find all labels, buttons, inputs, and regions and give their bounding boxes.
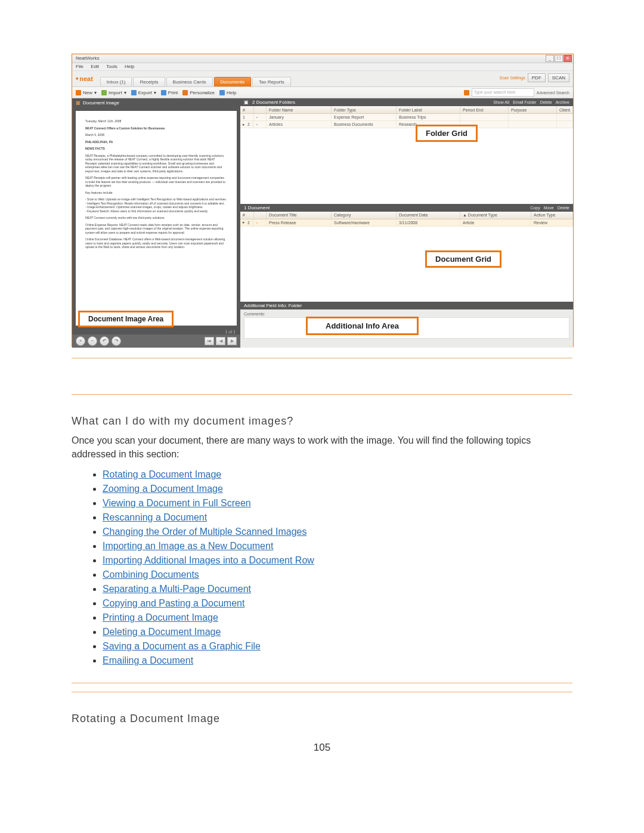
callout-document-grid: Document Grid xyxy=(425,250,501,268)
link-deleting[interactable]: Deleting a Document Image xyxy=(103,627,221,637)
section-body: Once you scan your document, there are m… xyxy=(72,433,572,461)
link-zooming[interactable]: Zooming a Document Image xyxy=(103,484,223,494)
search-input[interactable]: Type your search here xyxy=(472,88,534,97)
move-link[interactable]: Move xyxy=(544,206,554,210)
additional-info-panel: Additional Field Info: Folder Comments: … xyxy=(240,302,573,348)
section-heading: What can I do with my document images? xyxy=(72,415,572,428)
tab-tax-reports[interactable]: Tax Reports xyxy=(252,77,291,86)
document-grid-header: 1 Document Copy Move Delete xyxy=(240,204,573,212)
expand-icon[interactable]: ▣ xyxy=(244,100,249,105)
callout-additional-info: Additional Info Area xyxy=(306,317,419,335)
document-image-icon: ▦ xyxy=(76,100,80,106)
list-item: Rescanning a Document xyxy=(103,512,572,523)
list-item: Importing an Image as a New Document xyxy=(103,541,572,552)
app-screenshot: NeatWorks _ ☐ ✕ File Edit Tools Help nea… xyxy=(72,54,574,347)
menu-file[interactable]: File xyxy=(76,64,83,69)
menu-help[interactable]: Help xyxy=(125,64,134,69)
minimize-icon[interactable]: _ xyxy=(546,55,554,62)
link-reorder[interactable]: Changing the Order of Multiple Scanned I… xyxy=(103,527,306,537)
folder-grid-header: ▣ 2 Document Folders Show All Email Fold… xyxy=(240,98,573,106)
personalize-button[interactable]: Personalize xyxy=(182,90,215,95)
new-button[interactable]: New ▾ xyxy=(76,90,97,95)
tab-receipts[interactable]: Receipts xyxy=(133,77,165,86)
import-icon xyxy=(101,90,107,95)
email-folder-link[interactable]: Email Folder xyxy=(513,100,536,104)
list-item: Viewing a Document in Full Screen xyxy=(103,498,572,509)
link-combining[interactable]: Combining Documents xyxy=(103,569,199,580)
menu-edit[interactable]: Edit xyxy=(91,64,99,69)
link-import-additional[interactable]: Importing Additional Images into a Docum… xyxy=(103,555,314,565)
divider xyxy=(72,358,572,358)
list-item: Separating a Multi-Page Document xyxy=(103,584,572,594)
list-item: Copying and Pasting a Document xyxy=(103,598,572,609)
rotate-left-button[interactable]: ↶ xyxy=(100,336,109,346)
archive-link[interactable]: Archive xyxy=(556,100,569,104)
scan-settings-link[interactable]: Scan Settings xyxy=(500,76,525,80)
titlebar: NeatWorks _ ☐ ✕ xyxy=(72,54,573,63)
import-button[interactable]: Import ▾ xyxy=(101,90,126,95)
maximize-icon[interactable]: ☐ xyxy=(555,55,563,62)
page-indicator: 1 of 1 xyxy=(72,329,240,335)
link-printing[interactable]: Printing a Document Image xyxy=(103,612,218,623)
zoom-in-button[interactable]: + xyxy=(76,336,85,346)
pdf-button[interactable]: PDF xyxy=(528,73,546,82)
folder-icon: ▫ xyxy=(254,121,267,128)
link-rotating[interactable]: Rotating a Document Image xyxy=(103,469,221,479)
link-rescanning[interactable]: Rescanning a Document xyxy=(103,512,207,522)
table-row[interactable]: ▸ 2 ▫ Articles Business Documents Resear… xyxy=(240,121,573,128)
link-separating[interactable]: Separating a Multi-Page Document xyxy=(103,584,251,594)
window-title: NeatWorks xyxy=(76,55,99,61)
folder-icon: ▫ xyxy=(254,114,267,120)
delete-doc-link[interactable]: Delete xyxy=(558,206,569,210)
link-fullscreen[interactable]: Viewing a Document in Full Screen xyxy=(103,498,251,508)
menu-tools[interactable]: Tools xyxy=(106,64,117,69)
prev-page-button[interactable]: ◀ xyxy=(216,337,225,345)
close-icon[interactable]: ✕ xyxy=(564,55,572,62)
link-copy-paste[interactable]: Copying and Pasting a Document xyxy=(103,598,244,608)
advanced-search-link[interactable]: Advanced Search xyxy=(537,91,569,95)
help-button[interactable]: Help xyxy=(219,90,236,95)
export-button[interactable]: Export ▾ xyxy=(131,90,156,95)
tabbar: neat Inbox (1) Receipts Business Cards D… xyxy=(72,71,573,87)
print-button[interactable]: Print xyxy=(161,90,178,95)
section-heading: Rotating a Document Image xyxy=(72,713,572,725)
show-all-link[interactable]: Show All xyxy=(493,100,509,104)
copy-link[interactable]: Copy xyxy=(530,206,540,210)
document-icon: ▫ xyxy=(254,219,267,226)
table-row[interactable]: 1 ▫ January Expense Report Business Trip… xyxy=(240,114,573,121)
image-toolbar: + − ↶ ↷ ⏮ ◀ ▶ xyxy=(72,335,240,348)
document-image-panel: ▦ Document Image Tuesday, March 11th, 20… xyxy=(72,98,240,348)
divider xyxy=(72,394,572,395)
tab-business-cards[interactable]: Business Cards xyxy=(166,77,213,86)
tab-inbox[interactable]: Inbox (1) xyxy=(100,77,132,86)
link-import-new[interactable]: Importing an Image as a New Document xyxy=(103,541,273,551)
new-icon xyxy=(76,90,81,95)
zoom-out-button[interactable]: − xyxy=(88,336,97,346)
list-item: Emailing a Document xyxy=(103,655,572,666)
list-item: Rotating a Document Image xyxy=(103,469,572,480)
next-page-button[interactable]: ▶ xyxy=(227,337,237,345)
scan-button[interactable]: SCAN xyxy=(548,73,569,82)
tab-documents[interactable]: Documents xyxy=(214,77,251,86)
search-icon xyxy=(464,90,469,95)
folder-columns: # Folder Name Folder Type Folder Label P… xyxy=(240,106,573,114)
link-saving[interactable]: Saving a Document as a Graphic File xyxy=(103,641,261,651)
additional-info-header: Additional Field Info: Folder xyxy=(240,302,573,309)
table-row[interactable]: ▸ 2 ▫ Press Release Software/Hardware 3/… xyxy=(240,219,573,227)
link-emailing[interactable]: Emailing a Document xyxy=(103,655,193,665)
rotate-right-button[interactable]: ↷ xyxy=(112,336,121,346)
list-item: Changing the Order of Multiple Scanned I… xyxy=(103,527,572,537)
first-page-button[interactable]: ⏮ xyxy=(205,337,214,345)
help-icon xyxy=(219,90,225,95)
callout-document-image-area: Document Image Area xyxy=(78,311,174,327)
divider xyxy=(72,683,572,683)
document-image-title: Document Image xyxy=(83,100,119,106)
page-number: 105 xyxy=(72,742,572,754)
export-icon xyxy=(131,90,137,95)
comments-label: Comments: xyxy=(244,312,265,316)
callout-folder-grid: Folder Grid xyxy=(416,125,478,142)
delete-folder-link[interactable]: Delete xyxy=(540,100,552,104)
toolbar: New ▾ Import ▾ Export ▾ Print Personaliz… xyxy=(72,87,573,98)
menubar: File Edit Tools Help xyxy=(72,63,573,71)
topic-link-list: Rotating a Document Image Zooming a Docu… xyxy=(72,469,572,666)
